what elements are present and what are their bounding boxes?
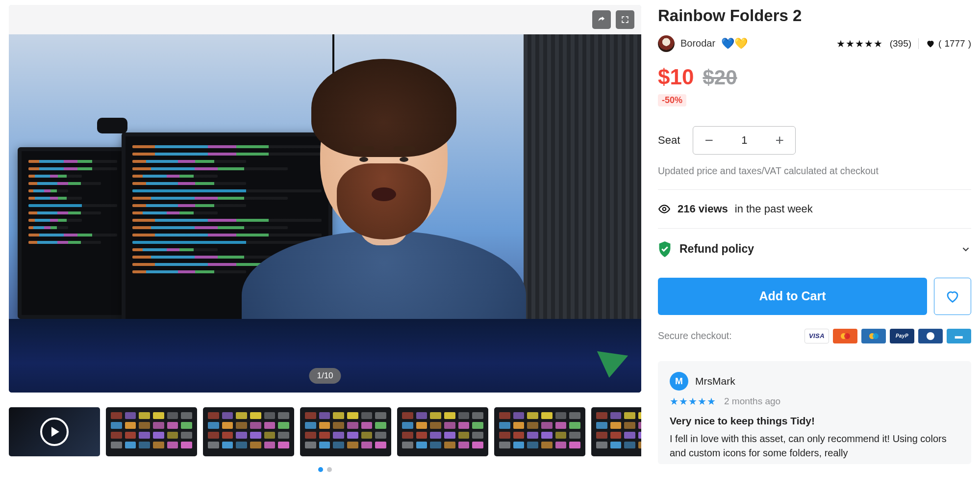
seat-value: 1 <box>725 134 764 147</box>
thumbnail-image[interactable] <box>106 407 197 456</box>
seat-increment[interactable]: + <box>764 127 795 154</box>
review-body: I fell in love with this asset, can only… <box>670 432 959 460</box>
rating-count[interactable]: (395) <box>890 38 911 49</box>
divider <box>658 189 971 190</box>
refund-label: Refund policy <box>679 242 754 256</box>
reviewer-name[interactable]: MrsMark <box>695 375 735 387</box>
pager-dot[interactable] <box>327 467 332 472</box>
views-count: 216 views <box>678 203 728 215</box>
discount-badge: -50% <box>658 94 686 106</box>
seat-decrement[interactable]: − <box>693 127 725 154</box>
secure-checkout-label: Secure checkout: <box>658 330 732 341</box>
heart-outline-icon <box>945 289 960 304</box>
fullscreen-icon <box>620 15 630 25</box>
gallery-main-image <box>9 34 641 393</box>
review-stars: ★★★★★ <box>670 395 716 407</box>
thumbnail-strip <box>9 407 641 461</box>
thumbnail-pager <box>9 467 641 472</box>
pager-dot[interactable] <box>318 467 323 472</box>
watermark-icon <box>594 351 628 380</box>
mastercard-icon <box>833 329 857 343</box>
maestro-icon <box>861 329 886 343</box>
heart-icon <box>926 39 935 49</box>
author-link[interactable]: Borodar 💙💛 <box>658 35 748 52</box>
author-avatar <box>658 35 675 52</box>
thumbnail-video[interactable] <box>9 407 100 456</box>
price-current: $10 <box>658 65 694 89</box>
gallery-counter: 1/10 <box>309 368 341 384</box>
ukraine-flag-icon: 💙💛 <box>721 37 748 50</box>
add-to-cart-button[interactable]: Add to Cart <box>658 278 927 315</box>
price-original: $20 <box>703 66 737 89</box>
views-row: 216 views in the past week <box>658 203 971 215</box>
svg-point-0 <box>663 207 666 210</box>
thumbnail-image[interactable] <box>397 407 488 456</box>
divider <box>658 228 971 229</box>
paypal-icon: PayP <box>890 329 914 343</box>
payment-methods: VISA PayP <box>804 329 971 343</box>
eye-icon <box>658 203 671 215</box>
favorites-count[interactable]: (1777) <box>926 38 971 49</box>
gallery-main-viewport[interactable]: 1/10 <box>9 5 641 393</box>
fullscreen-button[interactable] <box>616 10 634 29</box>
product-panel: Rainbow Folders 2 Borodar 💙💛 ★★★★★ (395)… <box>658 5 971 472</box>
media-gallery: 1/10 <box>9 5 641 472</box>
rating-stars[interactable]: ★★★★★ <box>836 38 883 50</box>
wishlist-button[interactable] <box>934 278 971 315</box>
visa-icon: VISA <box>804 329 829 343</box>
author-name: Borodar <box>680 38 715 49</box>
thumbnail-image[interactable] <box>591 407 641 456</box>
thumbnail-image[interactable] <box>494 407 585 456</box>
thumbnail-image[interactable] <box>300 407 391 456</box>
divider <box>918 38 919 49</box>
reviewer-avatar: M <box>670 372 688 391</box>
shield-check-icon <box>658 241 672 257</box>
product-title: Rainbow Folders 2 <box>658 6 971 26</box>
review-time: 2 months ago <box>724 396 780 407</box>
diners-icon <box>918 329 943 343</box>
share-button[interactable] <box>592 10 611 29</box>
seat-label: Seat <box>658 134 680 147</box>
views-suffix: in the past week <box>735 203 813 215</box>
tax-note: Updated price and taxes/VAT calculated a… <box>658 165 971 177</box>
review-card: M MrsMark ★★★★★ 2 months ago Very nice t… <box>658 361 971 464</box>
thumbnail-image[interactable] <box>203 407 294 456</box>
review-title: Very nice to keep things Tidy! <box>670 415 959 427</box>
refund-policy-toggle[interactable]: Refund policy <box>658 241 971 257</box>
gallery-toolbar <box>9 5 641 34</box>
share-icon <box>597 15 606 25</box>
quantity-stepper: − 1 + <box>693 126 796 155</box>
chevron-down-icon <box>960 244 971 255</box>
amex-icon <box>947 329 971 343</box>
